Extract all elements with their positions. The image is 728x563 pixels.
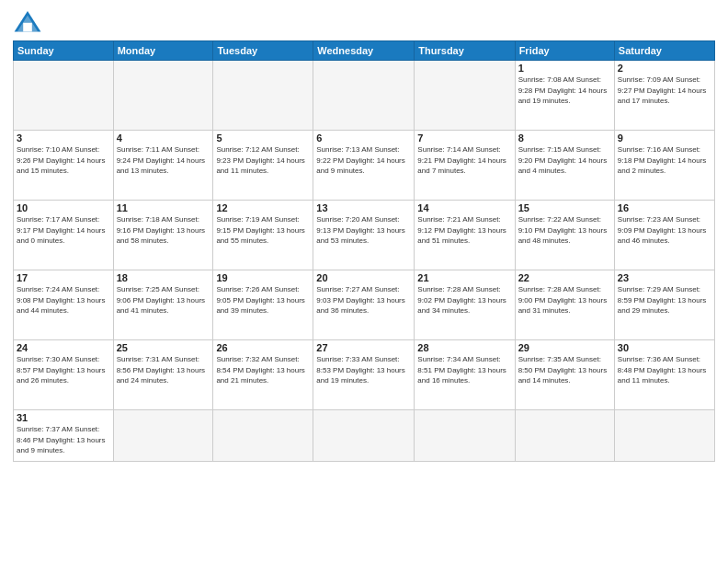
page: SundayMondayTuesdayWednesdayThursdayFrid…: [0, 0, 728, 563]
week-row-4: 24Sunrise: 7:30 AM Sunset: 8:57 PM Dayli…: [14, 340, 715, 410]
day-number: 13: [316, 202, 411, 213]
week-row-3: 17Sunrise: 7:24 AM Sunset: 9:08 PM Dayli…: [14, 270, 715, 340]
day-info: Sunrise: 7:31 AM Sunset: 8:56 PM Dayligh…: [117, 354, 210, 386]
calendar-cell: [515, 410, 614, 462]
calendar-cell: 15Sunrise: 7:22 AM Sunset: 9:10 PM Dayli…: [515, 201, 614, 270]
calendar-cell: 5Sunrise: 7:12 AM Sunset: 9:23 PM Daylig…: [213, 131, 313, 201]
day-info: Sunrise: 7:08 AM Sunset: 9:28 PM Dayligh…: [518, 75, 611, 107]
logo: [13, 9, 46, 35]
calendar-cell: 8Sunrise: 7:15 AM Sunset: 9:20 PM Daylig…: [515, 131, 614, 201]
week-row-2: 10Sunrise: 7:17 AM Sunset: 9:17 PM Dayli…: [14, 201, 715, 270]
day-number: 15: [518, 202, 611, 213]
day-number: 8: [518, 132, 611, 144]
day-number: 20: [316, 272, 411, 283]
weekday-header-wednesday: Wednesday: [313, 41, 415, 61]
day-info: Sunrise: 7:29 AM Sunset: 8:59 PM Dayligh…: [618, 284, 711, 316]
calendar-cell: [113, 410, 213, 462]
calendar-cell: 17Sunrise: 7:24 AM Sunset: 9:08 PM Dayli…: [14, 270, 114, 340]
calendar-cell: [313, 410, 415, 462]
calendar-cell: [415, 410, 515, 462]
day-info: Sunrise: 7:25 AM Sunset: 9:06 PM Dayligh…: [117, 284, 210, 316]
calendar-cell: [313, 61, 415, 131]
day-number: 29: [518, 342, 611, 353]
weekday-header-thursday: Thursday: [415, 41, 515, 61]
day-number: 4: [117, 132, 210, 144]
weekday-header-saturday: Saturday: [614, 41, 714, 61]
calendar-cell: [113, 61, 213, 131]
day-number: 1: [518, 63, 611, 74]
week-row-1: 3Sunrise: 7:10 AM Sunset: 9:26 PM Daylig…: [14, 131, 715, 201]
day-number: 18: [117, 272, 210, 283]
header-area: [13, 9, 715, 35]
day-info: Sunrise: 7:22 AM Sunset: 9:10 PM Dayligh…: [518, 214, 611, 247]
day-number: 31: [17, 412, 110, 423]
calendar-cell: 29Sunrise: 7:35 AM Sunset: 8:50 PM Dayli…: [515, 340, 614, 410]
day-info: Sunrise: 7:17 AM Sunset: 9:17 PM Dayligh…: [17, 214, 110, 247]
day-info: Sunrise: 7:36 AM Sunset: 8:48 PM Dayligh…: [618, 354, 711, 386]
day-info: Sunrise: 7:24 AM Sunset: 9:08 PM Dayligh…: [17, 284, 110, 316]
calendar-cell: 28Sunrise: 7:34 AM Sunset: 8:51 PM Dayli…: [415, 340, 515, 410]
calendar-cell: 6Sunrise: 7:13 AM Sunset: 9:22 PM Daylig…: [313, 131, 415, 201]
calendar-cell: 27Sunrise: 7:33 AM Sunset: 8:53 PM Dayli…: [313, 340, 415, 410]
calendar-cell: 16Sunrise: 7:23 AM Sunset: 9:09 PM Dayli…: [614, 201, 714, 270]
day-info: Sunrise: 7:09 AM Sunset: 9:27 PM Dayligh…: [618, 75, 711, 107]
weekday-header-monday: Monday: [113, 41, 213, 61]
day-info: Sunrise: 7:15 AM Sunset: 9:20 PM Dayligh…: [518, 144, 611, 177]
day-info: Sunrise: 7:28 AM Sunset: 9:00 PM Dayligh…: [518, 284, 611, 316]
weekday-header-row: SundayMondayTuesdayWednesdayThursdayFrid…: [14, 41, 715, 61]
day-number: 6: [316, 132, 411, 144]
day-info: Sunrise: 7:18 AM Sunset: 9:16 PM Dayligh…: [117, 214, 210, 247]
calendar-cell: 19Sunrise: 7:26 AM Sunset: 9:05 PM Dayli…: [213, 270, 313, 340]
day-info: Sunrise: 7:20 AM Sunset: 9:13 PM Dayligh…: [316, 214, 411, 247]
day-info: Sunrise: 7:37 AM Sunset: 8:46 PM Dayligh…: [17, 424, 110, 456]
day-info: Sunrise: 7:33 AM Sunset: 8:53 PM Dayligh…: [316, 354, 411, 386]
day-info: Sunrise: 7:35 AM Sunset: 8:50 PM Dayligh…: [518, 354, 611, 386]
day-number: 12: [216, 202, 310, 213]
day-info: Sunrise: 7:27 AM Sunset: 9:03 PM Dayligh…: [316, 284, 411, 316]
day-number: 2: [618, 63, 711, 74]
calendar-cell: 9Sunrise: 7:16 AM Sunset: 9:18 PM Daylig…: [614, 131, 714, 201]
day-info: Sunrise: 7:26 AM Sunset: 9:05 PM Dayligh…: [216, 284, 310, 316]
calendar-cell: 12Sunrise: 7:19 AM Sunset: 9:15 PM Dayli…: [213, 201, 313, 270]
calendar-cell: 30Sunrise: 7:36 AM Sunset: 8:48 PM Dayli…: [614, 340, 714, 410]
calendar-cell: 20Sunrise: 7:27 AM Sunset: 9:03 PM Dayli…: [313, 270, 415, 340]
calendar-cell: 11Sunrise: 7:18 AM Sunset: 9:16 PM Dayli…: [113, 201, 213, 270]
day-info: Sunrise: 7:30 AM Sunset: 8:57 PM Dayligh…: [17, 354, 110, 386]
calendar-cell: [14, 61, 114, 131]
day-info: Sunrise: 7:34 AM Sunset: 8:51 PM Dayligh…: [417, 354, 511, 386]
calendar-cell: 18Sunrise: 7:25 AM Sunset: 9:06 PM Dayli…: [113, 270, 213, 340]
day-info: Sunrise: 7:13 AM Sunset: 9:22 PM Dayligh…: [316, 144, 411, 177]
calendar: SundayMondayTuesdayWednesdayThursdayFrid…: [13, 40, 715, 462]
calendar-cell: [415, 61, 515, 131]
day-number: 3: [17, 132, 110, 144]
week-row-0: 1Sunrise: 7:08 AM Sunset: 9:28 PM Daylig…: [14, 61, 715, 131]
day-number: 14: [417, 202, 511, 213]
logo-icon: [13, 9, 42, 35]
weekday-header-sunday: Sunday: [14, 41, 114, 61]
day-info: Sunrise: 7:32 AM Sunset: 8:54 PM Dayligh…: [216, 354, 310, 386]
calendar-cell: 3Sunrise: 7:10 AM Sunset: 9:26 PM Daylig…: [14, 131, 114, 201]
week-row-5: 31Sunrise: 7:37 AM Sunset: 8:46 PM Dayli…: [14, 410, 715, 462]
calendar-cell: 24Sunrise: 7:30 AM Sunset: 8:57 PM Dayli…: [14, 340, 114, 410]
calendar-cell: 14Sunrise: 7:21 AM Sunset: 9:12 PM Dayli…: [415, 201, 515, 270]
calendar-cell: 4Sunrise: 7:11 AM Sunset: 9:24 PM Daylig…: [113, 131, 213, 201]
weekday-header-tuesday: Tuesday: [213, 41, 313, 61]
day-number: 30: [618, 342, 711, 353]
day-info: Sunrise: 7:19 AM Sunset: 9:15 PM Dayligh…: [216, 214, 310, 247]
day-info: Sunrise: 7:21 AM Sunset: 9:12 PM Dayligh…: [417, 214, 511, 247]
day-number: 7: [417, 132, 511, 144]
day-number: 22: [518, 272, 611, 283]
day-number: 21: [417, 272, 511, 283]
day-number: 10: [17, 202, 110, 213]
calendar-cell: 23Sunrise: 7:29 AM Sunset: 8:59 PM Dayli…: [614, 270, 714, 340]
day-number: 25: [117, 342, 210, 353]
day-info: Sunrise: 7:23 AM Sunset: 9:09 PM Dayligh…: [618, 214, 711, 247]
calendar-cell: 25Sunrise: 7:31 AM Sunset: 8:56 PM Dayli…: [113, 340, 213, 410]
calendar-cell: 22Sunrise: 7:28 AM Sunset: 9:00 PM Dayli…: [515, 270, 614, 340]
day-number: 5: [216, 132, 310, 144]
day-number: 11: [117, 202, 210, 213]
day-info: Sunrise: 7:16 AM Sunset: 9:18 PM Dayligh…: [618, 144, 711, 177]
day-number: 26: [216, 342, 310, 353]
day-number: 19: [216, 272, 310, 283]
calendar-cell: [213, 61, 313, 131]
